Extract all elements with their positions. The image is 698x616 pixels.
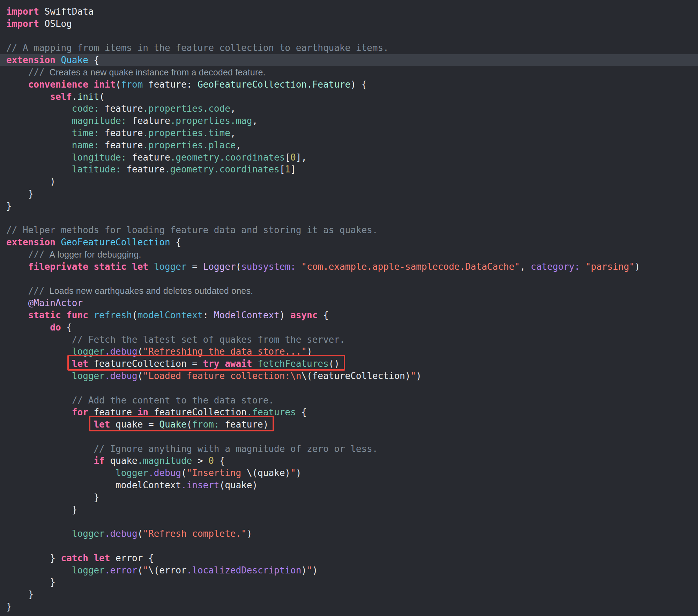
- code-line: let quake = Quake(from: feature): [0, 418, 698, 431]
- code-line: [0, 515, 698, 528]
- code-line: // Ignore anything with a magnitude of z…: [0, 443, 698, 455]
- code-token: logger: [72, 565, 105, 576]
- code-token: .properties.place: [143, 140, 236, 150]
- indent: [6, 249, 28, 260]
- code-line: ///A logger for debugging.: [0, 248, 698, 261]
- code-token: (): [329, 358, 340, 369]
- code-line: // Helper methods for loading feature da…: [0, 224, 698, 236]
- code-token: "Inserting: [187, 468, 247, 478]
- code-token: (: [99, 91, 105, 102]
- code-token: .properties.mag: [170, 116, 252, 126]
- code-token: ): [301, 565, 307, 576]
- code-line-content: latitude: feature.geometry.coordinates[1…: [72, 164, 296, 175]
- code-token: // A mapping from items in the feature c…: [6, 43, 389, 53]
- code-line-content: magnitude: feature.properties.mag,: [72, 116, 258, 126]
- code-line-content: self.init(: [50, 91, 105, 102]
- code-token: feature: [99, 140, 143, 150]
- code-token: [252, 358, 258, 369]
- code-line-content: do {: [50, 322, 72, 333]
- code-token: feature: [121, 164, 165, 175]
- indent: [6, 164, 72, 175]
- code-token: from:: [192, 419, 219, 430]
- code-editor[interactable]: import SwiftDataimport OSLog// A mapping…: [0, 0, 698, 616]
- code-token: ): [416, 371, 422, 381]
- code-token: .properties.time: [143, 128, 230, 138]
- indent: [6, 358, 72, 369]
- code-token: fetchFeatures: [258, 358, 329, 369]
- code-line: } catch let error {: [0, 552, 698, 564]
- indent: [6, 285, 28, 296]
- code-token: // Add the content to the data store.: [72, 395, 274, 406]
- indent: [6, 298, 28, 308]
- indent: [6, 176, 50, 187]
- code-token: @MainActor: [28, 298, 83, 308]
- code-token: }: [6, 601, 12, 612]
- code-token: latitude:: [72, 164, 121, 175]
- indent: [6, 577, 50, 587]
- code-token: (: [187, 419, 192, 430]
- code-line-content: // Fetch the latest set of quakes from t…: [72, 334, 345, 345]
- code-token: {: [61, 322, 72, 333]
- code-line-content: import OSLog: [6, 18, 72, 29]
- code-token: ]: [290, 164, 296, 175]
- code-token: }: [72, 504, 77, 515]
- code-token: feature): [220, 419, 269, 430]
- code-token: }: [50, 553, 61, 563]
- code-token: {: [170, 237, 181, 247]
- code-token: (: [132, 310, 138, 320]
- code-token: subsystem:: [241, 261, 296, 272]
- code-token: {: [214, 455, 225, 466]
- code-token: .magnitude: [138, 455, 192, 466]
- code-token: .: [72, 91, 77, 102]
- indent: [6, 492, 94, 503]
- code-token: error {: [110, 553, 154, 563]
- indent: [6, 553, 50, 563]
- annotation-red-box: let quake = Quake(from: feature): [94, 418, 268, 431]
- code-token: category:: [531, 261, 580, 272]
- code-token: feature: [99, 103, 143, 114]
- code-token: modelContext: [138, 310, 203, 320]
- code-line: // A mapping from items in the feature c…: [0, 42, 698, 54]
- code-line: }: [0, 200, 698, 212]
- code-token: {: [296, 407, 307, 417]
- code-token: let: [72, 358, 88, 369]
- code-line: [0, 30, 698, 42]
- code-line-content: }: [6, 201, 12, 211]
- code-line-content: ///Loads new earthquakes and deletes out…: [28, 285, 253, 296]
- code-token: ): [296, 468, 302, 478]
- code-token: ,: [520, 261, 530, 272]
- code-line-content: @MainActor: [28, 298, 83, 308]
- code-token: =: [187, 261, 203, 272]
- code-token: (: [138, 565, 143, 576]
- code-token: feature: [126, 152, 170, 163]
- code-line: ///Creates a new quake instance from a d…: [0, 66, 698, 79]
- code-token: longitude:: [72, 152, 127, 163]
- code-line-content: }: [50, 577, 55, 587]
- code-line: }: [0, 491, 698, 504]
- code-line-current-highlight: extension Quake {: [0, 54, 698, 66]
- code-line: let featureCollection = try await fetchF…: [0, 358, 698, 370]
- code-token: static func: [28, 310, 88, 320]
- code-token: featureCollection: [148, 407, 247, 417]
- code-token: }: [50, 577, 55, 587]
- code-line: modelContext.insert(quake): [0, 479, 698, 491]
- code-token: ,: [236, 140, 241, 150]
- code-token: Quake: [159, 419, 186, 430]
- code-token: quake: [105, 455, 138, 466]
- code-token: A logger for debugging.: [45, 250, 141, 259]
- code-token: [55, 237, 61, 247]
- code-token: ": [307, 565, 312, 576]
- code-token: ": [143, 565, 148, 576]
- code-token: async: [290, 310, 318, 320]
- code-line-content: }: [28, 188, 34, 199]
- indent: [6, 504, 72, 515]
- code-token: let: [94, 419, 110, 430]
- code-token: [: [280, 164, 285, 175]
- code-token: 0: [290, 152, 296, 163]
- code-line: }: [0, 576, 698, 588]
- code-token: featureCollection =: [88, 358, 203, 369]
- indent: [6, 395, 72, 406]
- code-token: (: [138, 346, 143, 357]
- code-line-content: }: [72, 504, 77, 515]
- code-token: [55, 55, 61, 65]
